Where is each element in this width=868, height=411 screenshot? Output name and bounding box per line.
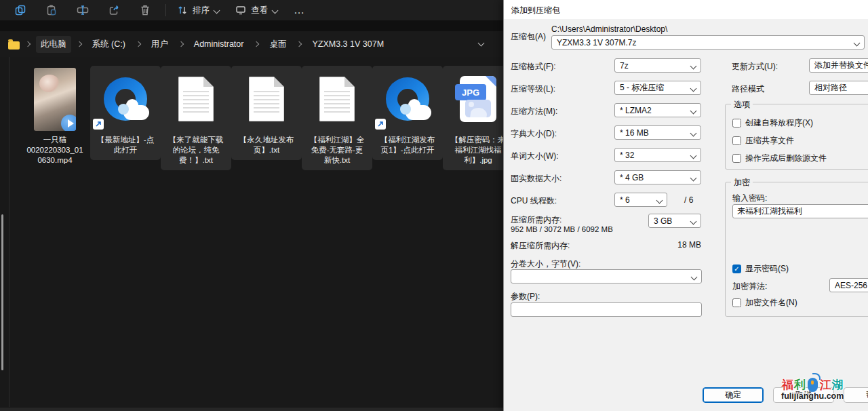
help-button[interactable]: 帮助 [844, 387, 868, 403]
delete-after-checkbox[interactable]: 操作完成后删除源文件 [732, 153, 827, 164]
shortcut-arrow-icon [375, 119, 386, 130]
archive-label: 压缩包(A) [511, 31, 546, 43]
dictionary-label: 字典大小(D): [511, 128, 557, 140]
checkbox-unchecked-icon [732, 119, 741, 128]
dialog-titlebar[interactable]: 添加到压缩包 [504, 0, 868, 19]
path-mode-select[interactable]: 相对路径 [809, 81, 868, 95]
memory-usage-select[interactable]: 3 GB [648, 214, 701, 228]
browser-icon [386, 77, 429, 121]
memory-usage-detail: 952 MB / 3072 MB / 6092 MB [511, 225, 613, 233]
file-item-txt[interactable]: 【永久地址发布 页】.txt [231, 66, 302, 160]
cpu-threads-total: / 6 [684, 195, 693, 205]
path-mode-label: 路径模式 [732, 83, 764, 95]
cloud-icon [406, 105, 431, 120]
word-size-select[interactable]: * 32 [614, 148, 701, 162]
browser-icon [104, 77, 147, 121]
breadcrumb-users[interactable]: 用户 [146, 36, 173, 53]
play-icon [61, 115, 76, 131]
breadcrumb-desktop[interactable]: 桌面 [264, 36, 291, 53]
file-item-video[interactable]: 一只猫 0020220303_01 0630.mp4 [20, 66, 90, 170]
ok-button[interactable]: 确定 [703, 387, 764, 403]
mouse-icon [808, 378, 818, 392]
watermark-domain: fulijianghu.com [781, 391, 844, 401]
memory-usage-label: 压缩所需内存: [511, 214, 561, 226]
file-name: 【永久地址发布 页】.txt [231, 135, 302, 155]
encrypt-filenames-checkbox[interactable]: 加密文件名(N) [732, 297, 797, 309]
checkbox-checked-icon: ✓ [732, 265, 741, 273]
watermark-logo: 福 利 江 湖 [781, 377, 844, 393]
split-volume-combo[interactable] [511, 269, 702, 283]
sort-button[interactable]: 排序 [177, 5, 219, 16]
dialog-title: 添加到压缩包 [511, 5, 560, 16]
breadcrumb-this-pc[interactable]: 此电脑 [36, 36, 71, 53]
checkbox-unchecked-icon [732, 298, 741, 307]
rename-icon[interactable] [76, 3, 90, 17]
method-select[interactable]: * LZMA2 [614, 103, 701, 117]
view-label: 查看 [251, 5, 268, 16]
paste-icon[interactable] [45, 3, 58, 17]
sort-arrows-icon [177, 5, 188, 16]
dictionary-select[interactable]: * 16 MB [614, 125, 701, 140]
jpg-badge: JPG [455, 84, 486, 100]
encryption-group-title: 加密 [731, 177, 753, 189]
options-group-title: 选项 [731, 99, 753, 111]
video-thumbnail [34, 68, 76, 131]
chevron-right-icon [296, 41, 302, 47]
parameters-input[interactable] [511, 302, 702, 317]
chevron-down-icon [214, 7, 220, 14]
site-watermark: 福 利 江 湖 fulijianghu.com [781, 377, 844, 401]
decompress-memory-value: 18 MB [660, 240, 701, 250]
format-select[interactable]: 7z [614, 58, 701, 73]
checkbox-unchecked-icon [732, 136, 741, 145]
cpu-threads-select[interactable]: * 6 [614, 193, 667, 207]
compress-shared-checkbox[interactable]: 压缩共享文件 [732, 135, 794, 146]
chevron-right-icon [254, 41, 259, 47]
breadcrumb-drive-c[interactable]: 系统 (C:) [87, 36, 130, 53]
navigation-scrollbar[interactable] [1, 214, 3, 370]
encryption-method-select[interactable]: AES-256 [829, 278, 868, 292]
file-item-shortcut[interactable]: 【最新地址】-点 此打开 [90, 66, 161, 160]
solid-block-label: 固实数据大小: [511, 173, 561, 184]
breadcrumb-administrator[interactable]: Administrator [189, 37, 249, 52]
more-options-button[interactable]: … [294, 4, 305, 16]
monitor-icon [235, 5, 246, 16]
file-item-txt[interactable]: 【来了就能下载 的论坛，纯免 费！】.txt [161, 66, 231, 170]
solid-block-select[interactable]: * 4 GB [614, 170, 701, 184]
level-select[interactable]: 5 - 标准压缩 [614, 81, 701, 95]
show-password-checkbox[interactable]: ✓ 显示密码(S) [732, 263, 789, 275]
encryption-method-label: 加密算法: [732, 281, 767, 292]
text-file-icon [249, 77, 284, 121]
text-file-icon [319, 77, 355, 121]
folder-icon [8, 41, 20, 50]
image-glyph-icon [465, 100, 491, 117]
file-item-shortcut[interactable]: 【福利江湖发布 页1】-点此打开 [372, 66, 443, 160]
archive-name-combo[interactable]: YZXM3.3 1V 307M.7z [551, 35, 865, 50]
chevron-right-icon [76, 41, 81, 47]
shortcut-arrow-icon [93, 119, 104, 130]
breadcrumb-current-folder[interactable]: YZXM3.3 1V 307M [307, 37, 389, 52]
create-sfx-checkbox[interactable]: 创建自释放程序(X) [732, 117, 813, 129]
checkbox-unchecked-icon [732, 154, 741, 163]
file-name: 【最新地址】-点 此打开 [90, 135, 161, 155]
add-to-archive-dialog: 添加到压缩包 压缩包(A) C:\Users\Administrator\Des… [503, 0, 868, 411]
delete-icon[interactable] [138, 3, 152, 17]
file-item-txt[interactable]: 【福利江湖】全 免费-无套路-更 新快.txt [302, 66, 372, 170]
chevron-right-icon [136, 41, 141, 47]
cpu-threads-label: CPU 线程数: [511, 195, 557, 207]
update-mode-select[interactable]: 添加并替换文件 [809, 58, 868, 73]
chevron-right-icon [178, 41, 184, 47]
toolbar-divider [165, 4, 166, 16]
sort-label: 排序 [193, 5, 210, 16]
view-button[interactable]: 查看 [235, 5, 277, 16]
chevron-right-icon [25, 41, 31, 47]
level-label: 压缩等级(L): [511, 83, 555, 95]
copy-icon[interactable] [14, 3, 27, 17]
file-name: 【福利江湖发布 页1】-点此打开 [372, 135, 443, 155]
split-volume-label: 分卷大小，字节(V): [511, 258, 580, 270]
share-icon[interactable] [107, 3, 121, 17]
archive-path: C:\Users\Administrator\Desktop\ [551, 24, 667, 34]
parameters-label: 参数(P): [511, 291, 540, 302]
status-bar [0, 408, 503, 411]
password-input[interactable]: 来福利江湖找福利 [732, 204, 868, 218]
cloud-icon [123, 105, 149, 120]
